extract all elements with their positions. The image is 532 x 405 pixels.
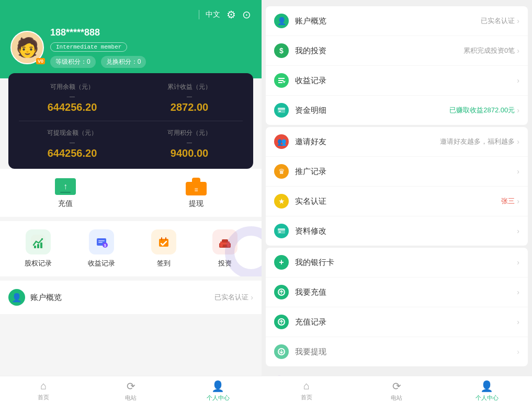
chevron-4: › (517, 106, 519, 114)
left-bottom-nav: ⌂ 首页 ⟳ 电站 👤 个人中心 (0, 376, 262, 405)
right-nav-station[interactable]: ⟳ 电站 (352, 376, 442, 405)
svg-rect-21 (278, 108, 285, 110)
chevron-11: › (517, 318, 519, 326)
right-row-invite[interactable]: 👥 邀请好友 邀请好友越多，福利越多 › (266, 127, 528, 157)
watermark-area: IhR (262, 368, 532, 376)
right-bottom-nav: ⌂ 首页 ⟳ 电站 👤 个人中心 (262, 376, 532, 405)
right-row-withdraw[interactable]: 我要提现 › (266, 337, 528, 366)
svg-text:$: $ (104, 244, 106, 248)
right-row-income-record[interactable]: 收益记录 › (266, 66, 528, 96)
right-row-profile-edit[interactable]: 资料修改 › (266, 216, 528, 246)
recharge-label: 充值 (58, 199, 73, 209)
points-label: 可用积分（元） (136, 129, 243, 137)
income-record-row-right: › (517, 76, 519, 85)
available-label: 可用余额（元） (19, 83, 126, 91)
promotion-row-right: › (517, 167, 519, 176)
svg-rect-1 (34, 246, 36, 248)
menu-item-stock[interactable]: 股权记录 (25, 229, 52, 268)
settings-icon[interactable]: ⚙ (227, 8, 236, 21)
withdraw-icon-wrap: ≡ (185, 177, 208, 196)
right-row-bank-card[interactable]: + 我的银行卡 › (266, 248, 528, 277)
svg-rect-12 (161, 237, 162, 240)
stock-icon (26, 229, 51, 254)
points-value: 9400.00 (136, 147, 243, 159)
svg-rect-3 (40, 242, 42, 248)
menu-item-checkin[interactable]: 签到 (151, 229, 176, 268)
withdrawable-value: 644256.20 (19, 147, 126, 159)
left-home-icon: ⌂ (40, 380, 47, 392)
vip-badge: V0 (36, 58, 45, 64)
checkin-icon (151, 229, 176, 254)
recharge-button[interactable]: ↑ 充值 (0, 177, 131, 209)
right-row-fund-detail[interactable]: 资金明细 已赚取收益2872.00元 › (266, 96, 528, 125)
right-row-recharge-record[interactable]: 充值记录 › (266, 307, 528, 337)
points-arrow: — (136, 140, 243, 145)
left-nav-home[interactable]: ⌂ 首页 (0, 376, 87, 405)
bank-card-row-right: › (517, 258, 519, 267)
right-row-my-investment[interactable]: $ 我的投资 累积完成投资0笔 › (266, 36, 528, 66)
real-name-row-icon: ★ (274, 194, 289, 209)
real-name-row-right: 张三 › (501, 196, 519, 206)
chevron-10: › (517, 288, 519, 296)
invite-row-right: 邀请好友越多，福利越多 › (440, 137, 519, 146)
cumulative-income: 累计收益（元） — 2872.00 (136, 83, 243, 113)
right-nav-profile[interactable]: 👤 个人中心 (442, 376, 532, 405)
points-row: 等级积分：0 兑换积分：0 (50, 56, 251, 68)
right-row-account-overview[interactable]: 👤 账户概览 已实名认证 › (266, 6, 528, 36)
recharge-row-right: › (517, 288, 519, 296)
withdraw-row-right: › (517, 348, 519, 356)
income-record-row-title: 收益记录 (295, 76, 517, 86)
right-row-real-name[interactable]: ★ 实名认证 张三 › (266, 187, 528, 216)
promotion-row-icon: ♛ (274, 164, 289, 179)
profile-edit-row-icon (274, 224, 289, 238)
menu-item-invest[interactable]: 投资 (212, 229, 237, 268)
account-overview-row-right: 已实名认证 › (481, 16, 519, 26)
lang-settings-row: 中文 ⚙ ⊙ (10, 8, 251, 21)
menu-grid: 股权记录 $ 收益记录 (6, 229, 255, 268)
left-home-label: 首页 (38, 394, 49, 401)
profile-edit-row-right: › (517, 227, 519, 235)
balance-grid-top: 可用余额（元） — 644256.20 累计收益（元） — 2872.00 (19, 83, 243, 113)
investment-row-right: 累积完成投资0笔 › (463, 46, 519, 55)
menu-grid-section: 股权记录 $ 收益记录 (0, 221, 262, 276)
menu-item-income[interactable]: $ 收益记录 (88, 229, 115, 268)
chevron-9: › (517, 258, 519, 267)
action-row: ↑ 充值 ≡ 提现 (0, 169, 262, 217)
cumulative-label: 累计收益（元） (136, 83, 243, 91)
fund-detail-row-icon (274, 103, 289, 118)
right-nav-home[interactable]: ⌂ 首页 (262, 376, 352, 405)
svg-rect-19 (222, 239, 228, 242)
bank-card-row-icon: + (274, 255, 289, 270)
svg-rect-22 (279, 111, 281, 112)
cumulative-arrow: — (136, 94, 243, 99)
bank-card-row-title: 我的银行卡 (295, 258, 517, 268)
chevron-12: › (517, 348, 519, 356)
right-station-label: 电站 (391, 394, 402, 402)
withdrawable-balance: 可提现金额（元） — 644256.20 (19, 129, 126, 159)
lang-label[interactable]: 中文 (206, 10, 220, 19)
real-name-row-title: 实名认证 (295, 196, 501, 206)
account-overview-row[interactable]: 👤 账户概览 已实名认证 › (0, 281, 262, 314)
withdraw-button[interactable]: ≡ 提现 (131, 177, 262, 209)
recharge-record-row-right: › (517, 318, 519, 326)
chevron-5: › (517, 137, 519, 146)
chat-icon[interactable]: ⊙ (242, 8, 251, 21)
left-nav-station[interactable]: ⟳ 电站 (87, 376, 175, 405)
avatar-icon: 🧑 (16, 37, 39, 59)
fund-detail-row-right: 已赚取收益2872.00元 › (449, 106, 519, 115)
user-details: 188*****888 Intermediate member 等级积分：0 兑… (50, 27, 251, 68)
account-overview-row-icon: 👤 (274, 14, 289, 28)
left-panel: 中文 ⚙ ⊙ 🧑 V0 188*****888 Intermediate mem… (0, 0, 262, 405)
avatar-wrap: 🧑 V0 (10, 31, 44, 64)
left-nav-profile[interactable]: 👤 个人中心 (174, 376, 262, 405)
right-row-promotion[interactable]: ♛ 推广记录 › (266, 157, 528, 187)
left-station-label: 电站 (125, 394, 137, 402)
member-badge: Intermediate member (50, 42, 127, 52)
right-profile-icon: 👤 (480, 380, 493, 392)
chevron-2: › (517, 47, 519, 55)
right-row-recharge[interactable]: 我要充值 › (266, 277, 528, 307)
account-overview-left: 👤 账户概览 (8, 289, 62, 306)
exchange-points: 兑换积分：0 (101, 56, 146, 68)
income-icon: $ (89, 229, 114, 254)
grade-points: 等级积分：0 (50, 56, 96, 68)
